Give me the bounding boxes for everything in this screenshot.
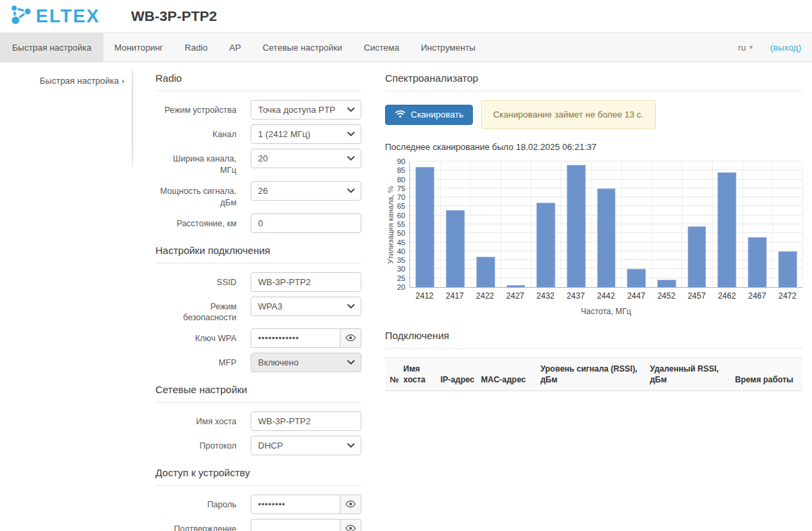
tx-power-select[interactable]: 26 (251, 181, 361, 201)
field-device-mode: Режим устройства Точка доступа PTP (155, 100, 361, 120)
wifi-icon (395, 109, 406, 120)
sidebar-item-quick-setup[interactable]: Быстрая настройка › (0, 76, 133, 87)
field-security-mode: Режим безопасности WPA3 (155, 297, 361, 324)
eltex-logo-icon (9, 3, 33, 29)
x-tick-label: 2447 (621, 291, 651, 301)
quick-setup-form: Radio Режим устройства Точка доступа PTP… (155, 62, 361, 531)
y-axis-label-holder: Утилизация канала, % (385, 161, 395, 288)
field-label: SSID (155, 272, 236, 292)
x-tick-label: 2452 (651, 291, 682, 301)
x-tick-label: 2462 (712, 291, 742, 301)
password-confirm-input[interactable] (251, 519, 340, 531)
connections-title: Подключения (385, 330, 803, 349)
select-value: Включено (258, 357, 299, 368)
x-tick-label: 2442 (591, 291, 621, 301)
y-tick-label: 20 (397, 284, 405, 291)
field-hostname: Имя хоста (155, 411, 361, 431)
logout-link[interactable]: (выход) (770, 43, 801, 53)
x-tick-label: 2422 (470, 291, 501, 301)
wpa-key-eye-button[interactable] (340, 328, 361, 348)
channel-width-select[interactable]: 20 (251, 149, 361, 168)
y-tick-label: 85 (397, 167, 405, 174)
select-value: 1 (2412 МГц) (258, 129, 310, 139)
x-tick-label: 2427 (500, 291, 530, 301)
select-value: Точка доступа PTP (258, 105, 336, 115)
sidebar-divider (132, 69, 133, 166)
eltex-logo[interactable]: ELTEX (9, 3, 100, 29)
chart-bar (597, 188, 616, 287)
security-mode-select[interactable]: WPA3 (251, 297, 361, 316)
field-label: Пароль (155, 495, 236, 514)
x-tick-label: 2412 (409, 291, 440, 301)
y-tick-label: 75 (397, 184, 405, 192)
y-tick-label: 45 (397, 238, 405, 246)
language-select[interactable]: ru ▾ (738, 43, 753, 53)
password-input[interactable] (251, 495, 340, 514)
device-mode-select[interactable]: Точка доступа PTP (251, 100, 361, 120)
field-label: MFP (155, 353, 236, 372)
x-tick-label: 2437 (561, 291, 591, 301)
field-protocol: Протокол DHCP (155, 436, 361, 455)
password-eye-button[interactable] (340, 495, 361, 514)
distance-input[interactable] (251, 213, 361, 233)
hostname-input[interactable] (251, 411, 361, 431)
y-tick-label: 50 (397, 230, 405, 237)
y-tick-label: 30 (397, 266, 405, 273)
select-value: WPA3 (258, 301, 282, 311)
tab-quick-setup[interactable]: Быстрая настройка (0, 33, 103, 61)
y-tick-label: 35 (397, 257, 405, 264)
password-confirm-eye-button[interactable] (340, 519, 361, 531)
sidebar: Быстрая настройка › (0, 62, 133, 265)
content: Быстрая настройка › Radio Режим устройст… (0, 62, 812, 531)
tab-radio[interactable]: Radio (174, 33, 218, 61)
scan-button[interactable]: Сканировать (385, 105, 473, 125)
field-label: Ширина канала, МГц (155, 149, 236, 176)
field-mfp: MFP Включено (155, 353, 361, 372)
chevron-down-icon (347, 360, 355, 365)
chart-bar (627, 269, 646, 287)
mfp-select[interactable]: Включено (251, 353, 361, 372)
chart-bar (446, 210, 465, 287)
tab-monitoring[interactable]: Мониторинг (103, 33, 174, 61)
connections-section: Подключения № Имя хоста IP-адрес MAC-адр… (385, 330, 803, 391)
field-label: Расстояние, км (155, 213, 236, 233)
y-axis-label: Утилизация канала, % (386, 186, 395, 263)
device-title: WB-3P-PTP2 (131, 8, 217, 24)
y-tick-label: 65 (397, 203, 405, 210)
tab-system[interactable]: Система (353, 33, 410, 61)
tab-network-settings[interactable]: Сетевые настройки (252, 33, 353, 61)
field-label: Мощность сигнала, дБм (155, 181, 236, 209)
tab-tools[interactable]: Инструменты (410, 33, 486, 61)
channel-select[interactable]: 1 (2412 МГц) (251, 124, 361, 144)
spectrum-panel: Спектроанализатор Сканировать Сканирован… (385, 62, 803, 391)
col-rssi: Уровень сигнала (RSSI), дБм (540, 358, 650, 391)
app-header: ELTEX WB-3P-PTP2 (0, 0, 812, 32)
eye-icon (345, 332, 356, 345)
nav-right: ru ▾ (выход) (738, 33, 812, 61)
protocol-select[interactable]: DHCP (251, 436, 361, 455)
field-channel-width: Ширина канала, МГц 20 (155, 149, 361, 176)
x-tick-label: 2432 (530, 291, 561, 301)
select-value: DHCP (258, 440, 283, 451)
x-tick-label: 2417 (440, 291, 470, 301)
field-label: Ключ WPA (155, 328, 236, 348)
ssid-input[interactable] (251, 272, 361, 292)
x-axis-label: Частота, МГц (409, 307, 803, 316)
spectrum-title: Спектроанализатор (385, 72, 803, 91)
field-password-confirm: Подтверждение пароля (155, 519, 361, 531)
main-nav: Быстрая настройка Мониторинг Radio AP Се… (0, 32, 812, 62)
tab-ap[interactable]: AP (218, 33, 251, 61)
wpa-key-input[interactable] (251, 328, 340, 348)
chevron-down-icon (347, 304, 355, 309)
chart-bar (688, 226, 707, 287)
y-tick-label: 55 (397, 221, 405, 228)
col-hostname: Имя хоста (403, 358, 440, 391)
select-value: 26 (258, 186, 268, 196)
chart-bar (657, 280, 676, 287)
col-remote-rssi: Удаленный RSSI, дБм (650, 358, 735, 391)
x-tick-label: 2457 (682, 291, 712, 301)
scan-notice: Сканирование займет не более 13 с. (481, 100, 656, 129)
section-radio: Radio Режим устройства Точка доступа PTP… (155, 72, 361, 233)
col-ip: IP-адрес (440, 358, 481, 391)
x-axis-ticks: 2412241724222427243224372442244724522457… (409, 288, 803, 301)
